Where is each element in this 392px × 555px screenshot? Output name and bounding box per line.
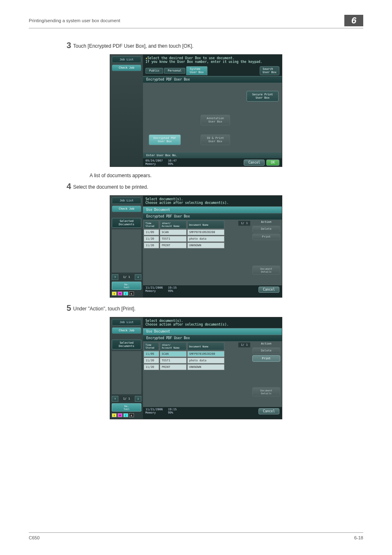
col-time-stored[interactable]: Time Stored (144, 220, 159, 229)
cell: PRINT (160, 364, 187, 370)
step-4-number: 4 (29, 182, 73, 191)
job-list-button-2[interactable]: Job List (112, 197, 141, 204)
panel-2: Job List Check Job Selected Documents ↑ … (110, 195, 282, 298)
screenshot-3: Job List Check Job Selected Documents ↑ … (110, 317, 282, 419)
pager-down-button[interactable]: ↓ (135, 274, 141, 280)
step-5-text: Under "Action", touch [Print]. (73, 303, 363, 312)
tab-public[interactable]: Public (145, 68, 163, 74)
prompt3-line2: Choose action after selecting document(s… (145, 323, 228, 326)
tab-personal[interactable]: Personal (164, 68, 185, 74)
panel1-date: 09/24/2007 (145, 159, 163, 162)
step-4: 4 Select the document to be printed. (29, 182, 363, 191)
panel1-status: 09/24/2007 16:47 Memory 99% (145, 159, 177, 166)
cell: 11/09 (144, 229, 159, 235)
panel1-left-col: Job List Check Job (110, 55, 143, 166)
print-button-3[interactable]: Print (252, 355, 280, 362)
panel3-status: 11/21/2006 19:15 Memory 99% (145, 408, 177, 414)
panel3-footer: 11/21/2006 19:15 Memory 99% Cancel (143, 407, 282, 415)
step-4-text: Select the document to be printed. (73, 182, 363, 190)
toner-y-icon-3: Y (112, 413, 117, 417)
table-row[interactable]: 11/20TEST1photo data (144, 358, 224, 363)
col-user-account-3[interactable]: ↕User/ Account Name (160, 342, 187, 350)
cell: SMFP07010920280 (187, 229, 224, 235)
thumb-area (112, 229, 141, 273)
selected-documents-label-3: Selected Documents (112, 340, 141, 349)
col-user-account[interactable]: ↕User/ Account Name (160, 220, 187, 229)
job-list-button-3[interactable]: Job List (112, 319, 141, 326)
col-time-stored-3[interactable]: Time Stored (144, 342, 159, 350)
table-row[interactable]: 11/09SCANSMFP07010920280 (144, 229, 224, 235)
toner-status-3: Y M C K (111, 412, 142, 418)
delete-button-3[interactable]: Delete (252, 347, 280, 354)
panel1-right-col: ★Select the desired User Box to use docu… (143, 55, 282, 166)
cell: TEST1 (160, 236, 187, 242)
encrypted-pdf-box-button[interactable]: Encrypted PDF User Box (149, 134, 181, 145)
search-user-box-button[interactable]: Search User Box (260, 66, 279, 75)
panel1-footer: 09/24/2007 16:47 Memory 99% Cancel OK (143, 158, 282, 166)
panel1-subheader: Encrypted PDF User Box (143, 76, 282, 83)
pager-up-button[interactable]: ↑ (112, 274, 118, 280)
cancel-button-3[interactable]: Cancel (258, 408, 279, 414)
prompt2-line1: Select document(s). (145, 197, 183, 201)
thumb-area-3 (112, 351, 141, 394)
table-row[interactable]: 11/09SCANSMFP07010920280 (144, 351, 224, 357)
screenshot-1: Job List Check Job ★Select the desired U… (110, 54, 282, 167)
panel-1: Job List Check Job ★Select the desired U… (110, 54, 282, 167)
toner-c-icon: C (123, 291, 128, 296)
cancel-button-2[interactable]: Cancel (258, 287, 279, 293)
annotation-box-button[interactable]: Annotation User Box (201, 115, 230, 125)
pager-down-button-3[interactable]: ↓ (135, 396, 141, 402)
panel2-right-col: Select document(s). Choose action after … (143, 196, 282, 297)
secure-print-box-button[interactable]: Secure Print User Box (247, 91, 279, 102)
panel3-right-col: Select document(s). Choose action after … (143, 317, 282, 419)
table-row[interactable]: 11/20PRINTUNKNOWN (144, 243, 224, 248)
col-document-name[interactable]: Document Name (187, 220, 224, 229)
detail-button-3[interactable]: De- tail (112, 403, 141, 412)
document-table-3: Time Stored ↕User/ Account Name Document… (143, 341, 225, 371)
document-details-button[interactable]: Document Details (252, 266, 280, 275)
col-document-name-3[interactable]: Document Name (187, 342, 224, 350)
panel2-prompt: Select document(s). Choose action after … (143, 196, 282, 206)
toner-c-icon-3: C (123, 413, 128, 417)
detail-button[interactable]: De- tail (112, 282, 141, 290)
selected-documents-label: Selected Documents (112, 218, 141, 228)
footer-right: 6-18 (354, 535, 363, 540)
table-header-row-3: Time Stored ↕User/ Account Name Document… (144, 342, 224, 350)
table-row[interactable]: 11/20PRINTUNKNOWN (144, 364, 224, 370)
pager-up-button-3[interactable]: ↑ (112, 396, 118, 402)
page: Printing/sending a system user box docum… (0, 0, 392, 555)
check-job-button-3[interactable]: Check Job (112, 327, 141, 334)
cell: TEST1 (160, 358, 187, 363)
cancel-button[interactable]: Cancel (244, 160, 265, 166)
delete-button[interactable]: Delete (252, 226, 280, 232)
document-details-button-3[interactable]: Document Details (252, 387, 280, 396)
step-3-number: 3 (29, 41, 73, 50)
document-table: Time Stored ↕User/ Account Name Document… (143, 220, 225, 249)
cell: photo data (187, 236, 224, 242)
tab-system[interactable]: System User Box (186, 66, 208, 75)
check-job-button[interactable]: Check Job (112, 65, 141, 71)
left-pager: ↑ 1/ 1 ↓ (112, 274, 141, 280)
pager-indicator-3: 1/ 1 (119, 396, 134, 401)
prompt3-line1: Select document(s). (145, 319, 183, 323)
page-header: Printing/sending a system user box docum… (29, 15, 363, 28)
panel2-status: 11/21/2006 19:15 Memory 99% (145, 286, 177, 293)
panel2-memory-pct: 99% (168, 289, 173, 293)
toner-y-icon: Y (112, 291, 117, 296)
check-job-button-2[interactable]: Check Job (112, 206, 141, 212)
table-row[interactable]: 11/20TEST1photo data (144, 236, 224, 242)
job-list-button[interactable]: Job List (112, 56, 141, 63)
step-5-number: 5 (29, 303, 73, 313)
print-button[interactable]: Print (252, 234, 280, 240)
cell: photo data (187, 358, 224, 363)
panel2-content: Time Stored ↕User/ Account Name Document… (143, 220, 282, 285)
intertext-34: A list of documents appears. (90, 173, 363, 178)
header-title: Printing/sending a system user box docum… (29, 18, 120, 23)
page-indicator: 1/ 1 (238, 220, 251, 226)
panel3-memory-label: Memory (145, 411, 156, 414)
cell: 11/20 (144, 236, 159, 242)
ok-button[interactable]: OK (266, 160, 279, 166)
id-print-box-button[interactable]: ID & Print User Box (201, 134, 230, 145)
enter-user-box-bar: Enter User Box No. (143, 153, 282, 158)
prompt2-line2: Choose action after selecting document(s… (145, 201, 228, 205)
